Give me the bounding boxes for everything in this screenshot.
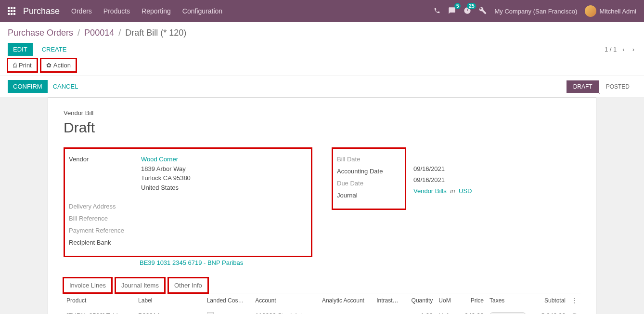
pager: 1 / 1 ‹ › [605,45,636,54]
due-date-label: Due Date [337,179,363,187]
company-selector[interactable]: My Company (San Francisco) [494,8,577,15]
menu-configuration[interactable]: Configuration [182,7,222,15]
breadcrumb-root[interactable]: Purchase Orders [8,28,73,38]
journal-link[interactable]: Vendor Bills [413,187,447,195]
doc-title: Draft [64,119,580,136]
menu-orders[interactable]: Orders [71,7,92,15]
col-label[interactable]: Label [135,293,204,308]
due-date-value: 09/16/2021 [413,176,558,183]
phone-icon[interactable] [434,7,440,15]
cancel-button[interactable]: CANCEL [48,80,84,93]
cell-landed [204,308,252,314]
topbar: Purchase Orders Products Reporting Confi… [0,0,644,22]
cell-product: [FURN_8522] Tabl… [64,308,135,314]
avatar [585,5,596,17]
col-intrastat[interactable]: Intrast… [374,293,405,308]
bill-date-label: Bill Date [337,155,360,163]
col-uom[interactable]: UoM [436,293,458,308]
journal-label: Journal [337,191,358,199]
col-analytic[interactable]: Analytic Account [319,293,374,308]
pager-prev-icon[interactable]: ‹ [620,45,626,54]
recipient-bank-label: Recipient Bank [69,238,141,246]
cell-uom: Units [436,308,458,314]
vendor-label: Vendor [69,155,141,163]
accounting-date-value: 09/16/2021 [413,165,558,172]
menu-reporting[interactable]: Reporting [142,7,171,15]
pager-value[interactable]: 1 / 1 [605,46,617,53]
debug-icon[interactable] [479,7,487,16]
notebook-tabs: Invoice Lines Journal Items Other Info [64,278,580,293]
main-menu: Orders Products Reporting Configuration [71,7,222,15]
control-panel: Purchase Orders / P00014 / Draft Bill (*… [0,22,644,76]
accounting-date-label: Accounting Date [337,167,383,175]
form-sheet: Vendor Bill Draft Vendor Wood Corner 183… [48,97,596,314]
status-posted[interactable]: POSTED [599,80,636,93]
print-icon: ⎙ [13,62,17,69]
cell-analytic [319,308,374,314]
journal-value: Vendor Bills in USD [413,187,558,195]
app-title[interactable]: Purchase [23,6,60,16]
confirm-button[interactable]: CONFIRM [8,80,48,93]
tab-invoice-lines[interactable]: Invoice Lines [64,278,112,293]
tab-other-info[interactable]: Other Info [168,278,208,293]
col-price[interactable]: Price [458,293,487,308]
col-quantity[interactable]: Quantity [405,293,436,308]
col-landed[interactable]: Landed Cos… [204,293,252,308]
vendor-value: Wood Corner 1839 Arbor Way Turlock CA 95… [141,155,307,192]
date-fields-highlight: Bill Date Accounting Date Due Date Journ… [332,147,406,210]
col-account[interactable]: Account [252,293,319,308]
menu-products[interactable]: Products [103,7,130,15]
statusbar: CONFIRM CANCEL DRAFT POSTED [0,76,644,97]
tab-journal-items[interactable]: Journal Items [116,278,165,293]
breadcrumb-current: Draft Bill (* 120) [125,28,186,38]
vendor-fields-highlight: Vendor Wood Corner 1839 Arbor Way Turloc… [64,147,312,257]
pager-next-icon[interactable]: › [631,45,636,54]
landed-checkbox[interactable] [207,312,214,314]
gear-icon: ✿ [46,62,52,69]
activities-icon[interactable]: 25 [464,7,471,16]
vendor-link[interactable]: Wood Corner [141,156,178,163]
invoice-lines-table: Product Label Landed Cos… Account Analyt… [64,293,580,314]
cell-taxes: Tax 15.00% [487,308,534,314]
delete-row-icon[interactable]: 🗑 [571,312,578,314]
col-subtotal[interactable]: Subtotal [534,293,568,308]
delivery-address-label: Delivery Address [69,202,141,210]
user-menu[interactable]: Mitchell Admi [585,5,636,17]
edit-button[interactable]: EDIT [8,43,33,56]
bill-reference-label: Bill Reference [69,214,141,222]
status-draft[interactable]: DRAFT [567,80,599,93]
columns-menu-icon[interactable]: ⋮ [571,297,577,304]
payment-reference-label: Payment Reference [69,226,141,234]
cell-quantity: 1.00 [405,308,436,314]
cell-label: P00014: [FURN_8522] Table [135,308,204,314]
recipient-bank-value[interactable]: BE39 1031 2345 6719 - BNP Paribas [140,259,243,266]
breadcrumb: Purchase Orders / P00014 / Draft Bill (*… [8,28,636,38]
apps-icon[interactable] [8,7,15,15]
messages-icon[interactable]: 5 [448,7,456,16]
cell-intrastat [374,308,405,314]
col-taxes[interactable]: Taxes [487,293,534,308]
tax-tag[interactable]: Tax 15.00% [489,312,526,314]
action-button[interactable]: ✿ Action [41,59,76,72]
currency-link[interactable]: USD [459,187,472,195]
messages-badge: 5 [454,3,461,9]
user-name: Mitchell Admi [599,8,636,15]
cell-subtotal: $ 240.00 [534,308,568,314]
table-row[interactable]: [FURN_8522] Tabl… P00014: [FURN_8522] Ta… [64,308,580,314]
cell-account: 110200 Stock Int… [252,308,319,314]
create-button[interactable]: CREATE [37,43,72,56]
doc-subtitle: Vendor Bill [64,109,580,117]
activities-badge: 25 [467,3,476,9]
cell-price: 240.00 [458,308,487,314]
print-button[interactable]: ⎙ Print [8,59,37,72]
breadcrumb-parent[interactable]: P00014 [84,28,114,38]
col-product[interactable]: Product [64,293,135,308]
